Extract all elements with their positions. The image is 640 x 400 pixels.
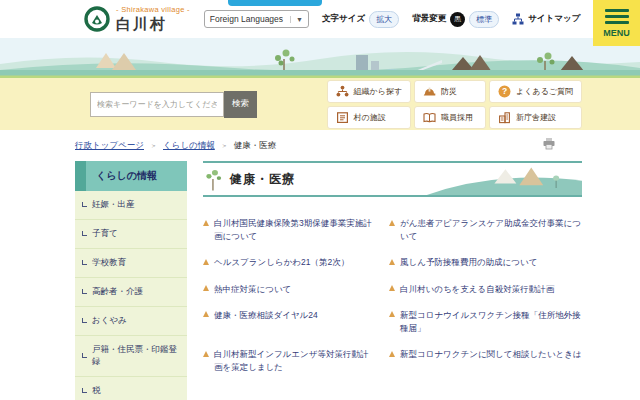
breadcrumb-current: 健康・医療 — [234, 140, 277, 152]
article-link[interactable]: 風しん予防接種費用の助成について — [389, 256, 582, 269]
print-button[interactable] — [542, 137, 556, 152]
sidebar-item-childcare[interactable]: 子育て — [75, 219, 187, 248]
svg-text:?: ? — [502, 86, 507, 96]
quick-link-faq[interactable]: ? よくあるご質問 — [489, 80, 582, 103]
article-link[interactable]: 健康・医療相談ダイヤル24 — [203, 309, 375, 335]
menu-button[interactable]: MENU — [593, 0, 640, 46]
article-link[interactable]: 熱中症対策について — [203, 283, 375, 296]
menu-label: MENU — [603, 28, 630, 38]
article-link[interactable]: 白川村いのちを支える自殺対策行動計画 — [389, 283, 582, 296]
sidebar-item-tax[interactable]: 税 — [75, 376, 187, 400]
article-link-label: 風しん予防接種費用の助成について — [400, 256, 537, 269]
article-link[interactable]: 白川村新型インフルエンザ等対策行動計画を策定しました — [203, 348, 375, 374]
question-icon: ? — [498, 85, 511, 98]
site-logo[interactable]: - Shirakawa village - 白川村 — [84, 6, 190, 32]
top-accent-tab — [228, 0, 322, 6]
article-link[interactable]: がん患者アピアランスケア助成金交付事業について — [389, 217, 582, 243]
article-link-label: 新型コロナワクチンに関して相談したいときは — [400, 348, 582, 374]
quick-link-facilities[interactable]: 村の施設 — [327, 106, 412, 129]
sidebar-item-registry[interactable]: 戸籍・住民票・印鑑登録 — [75, 335, 187, 376]
new-building-icon — [498, 111, 511, 124]
sidebar-item-pregnancy[interactable]: 妊娠・出産 — [75, 191, 187, 219]
quick-link-label: 防災 — [441, 86, 457, 97]
article-link[interactable]: ヘルスプランしらかわ21（第2次） — [203, 256, 375, 269]
arrow-icon — [389, 285, 395, 291]
sidebar-item-school[interactable]: 学校教育 — [75, 248, 187, 277]
font-size-zoom-button[interactable]: 拡大 — [369, 11, 399, 28]
article-link[interactable]: 白川村国民健康保険第3期保健事業実施計画について — [203, 217, 375, 243]
article-link-label: 健康・医療相談ダイヤル24 — [214, 309, 318, 335]
article-links: 白川村国民健康保険第3期保健事業実施計画について がん患者アピアランスケア助成金… — [203, 214, 582, 374]
village-logo-icon — [84, 6, 110, 32]
quick-link-label: 村の施設 — [354, 112, 386, 123]
sidebar-menu: 妊娠・出産 子育て 学校教育 高齢者・介護 おくやみ 戸籍・住民票・印鑑登録 税… — [75, 191, 187, 400]
quick-link-label: 組織から探す — [354, 86, 403, 97]
quick-links: 組織から探す 防災 ? よくあるご質問 — [327, 80, 583, 129]
quick-link-new-hall[interactable]: 新庁舎建設 — [489, 106, 582, 129]
article-link-label: 新型コロナウイルスワクチン接種「住所地外接種届」 — [400, 309, 582, 335]
arrow-icon — [203, 259, 209, 265]
logo-tagline: - Shirakawa village - — [116, 6, 190, 15]
arrow-icon — [389, 259, 395, 265]
recruit-icon — [423, 111, 436, 124]
search-button[interactable]: 検索 — [224, 91, 257, 118]
sitemap-label: サイトマップ — [528, 13, 580, 25]
helmet-icon — [423, 85, 436, 98]
breadcrumb-separator: ＞ — [150, 141, 157, 151]
site-search: 検索 — [90, 91, 257, 118]
page-title-banner: 健康・医療 — [203, 161, 582, 197]
article-link[interactable]: 新型コロナワクチンに関して相談したいときは — [389, 348, 582, 374]
arrow-icon — [203, 311, 209, 317]
breadcrumb-home-link[interactable]: 行政トップページ — [75, 140, 144, 152]
main-content: 健康・医療 白川村国民健康保険第3期保健事業実施計画について がん患者アピアラン… — [203, 161, 582, 374]
search-input[interactable] — [90, 92, 224, 117]
arrow-icon — [203, 351, 209, 357]
background-change-label: 背景変更 — [412, 13, 446, 25]
breadcrumb: 行政トップページ ＞ くらしの情報 ＞ 健康・医療 — [75, 130, 582, 161]
article-link-label: がん患者アピアランスケア助成金交付事業について — [400, 217, 582, 243]
facility-icon — [336, 111, 349, 124]
breadcrumb-living-info-link[interactable]: くらしの情報 — [163, 140, 215, 152]
corner-arrow-icon — [82, 318, 87, 323]
site-title: 白川村 — [116, 15, 190, 32]
hamburger-icon — [605, 9, 629, 12]
article-link-label: ヘルスプランしらかわ21（第2次） — [214, 256, 349, 269]
content-area: 行政トップページ ＞ くらしの情報 ＞ 健康・医療 くらしの情報 妊娠・出産 子… — [0, 130, 640, 400]
corner-arrow-icon — [82, 231, 87, 236]
article-link-label: 熱中症対策について — [214, 283, 291, 296]
arrow-icon — [203, 285, 209, 291]
quick-link-organization[interactable]: 組織から探す — [327, 80, 412, 103]
foreign-languages-label: Foreign Languages — [210, 14, 283, 24]
sidebar-item-elderly[interactable]: 高齢者・介護 — [75, 277, 187, 306]
article-link-label: 白川村いのちを支える自殺対策行動計画 — [400, 283, 554, 296]
background-black-button[interactable]: 黒 — [450, 12, 465, 27]
printer-icon — [542, 137, 556, 150]
org-search-icon — [336, 85, 349, 98]
arrow-icon — [203, 220, 209, 226]
sitemap-link[interactable]: サイトマップ — [512, 13, 580, 25]
foreign-languages-select[interactable]: Foreign Languages ▼ — [204, 10, 309, 28]
quick-link-recruitment[interactable]: 職員採用 — [414, 106, 486, 129]
background-change-control: 背景変更 黒 標準 — [412, 11, 499, 28]
font-size-label: 文字サイズ — [322, 13, 365, 25]
sidebar-title[interactable]: くらしの情報 — [75, 161, 187, 191]
corner-arrow-icon — [82, 260, 87, 265]
breadcrumb-separator: ＞ — [221, 141, 228, 151]
village-scenery-illustration — [0, 38, 640, 78]
page-title: 健康・医療 — [230, 171, 295, 188]
sidebar-item-condolence[interactable]: おくやみ — [75, 306, 187, 335]
article-link[interactable]: 新型コロナウイルスワクチン接種「住所地外接種届」 — [389, 309, 582, 335]
arrow-icon — [389, 311, 395, 317]
corner-arrow-icon — [82, 289, 87, 294]
chevron-down-icon: ▼ — [290, 16, 303, 23]
quick-link-label: 職員採用 — [441, 112, 473, 123]
corner-arrow-icon — [82, 202, 87, 207]
sidebar-living-info: くらしの情報 妊娠・出産 子育て 学校教育 高齢者・介護 おくやみ 戸籍・住民票… — [75, 161, 187, 400]
quick-link-label: よくあるご質問 — [516, 86, 573, 97]
article-link-label: 白川村新型インフルエンザ等対策行動計画を策定しました — [214, 348, 375, 374]
corner-arrow-icon — [82, 353, 87, 358]
background-standard-button[interactable]: 標準 — [469, 11, 499, 28]
arrow-icon — [389, 351, 395, 357]
quick-link-disaster[interactable]: 防災 — [414, 80, 486, 103]
quick-link-label: 新庁舎建設 — [516, 112, 556, 123]
